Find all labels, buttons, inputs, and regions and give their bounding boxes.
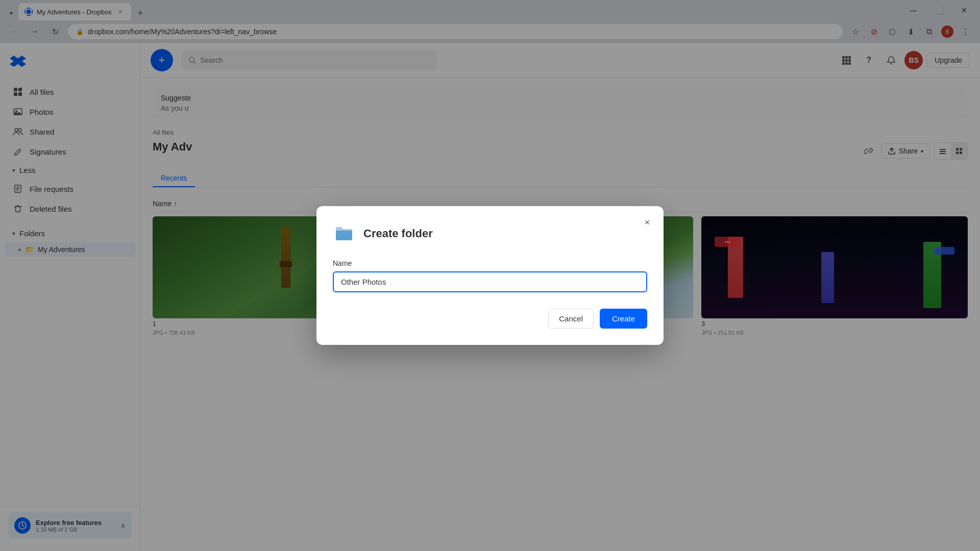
modal-overlay: × Create folder Name Cancel Create bbox=[0, 0, 980, 551]
create-folder-modal: × Create folder Name Cancel Create bbox=[316, 206, 664, 345]
cancel-button[interactable]: Cancel bbox=[548, 309, 594, 329]
modal-footer: Cancel Create bbox=[333, 309, 647, 329]
modal-close-button[interactable]: × bbox=[639, 214, 655, 231]
close-icon: × bbox=[645, 217, 650, 228]
folder-icon bbox=[333, 222, 355, 245]
create-button-modal[interactable]: Create bbox=[600, 309, 647, 329]
folder-name-input[interactable] bbox=[333, 271, 647, 292]
modal-title: Create folder bbox=[363, 227, 433, 240]
modal-header: Create folder bbox=[333, 222, 647, 245]
modal-name-label: Name bbox=[333, 259, 647, 267]
